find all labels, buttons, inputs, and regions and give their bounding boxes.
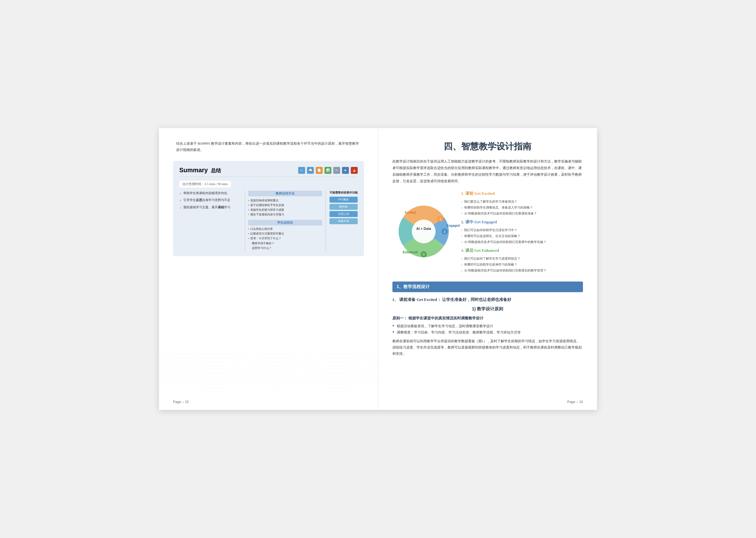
icon-doc: 📄	[316, 167, 323, 174]
principle-title: 原则一： 根据学生课堂中的真实情况实时调整教学设计	[392, 316, 583, 321]
qa-3-1: □ 我们可以如何了解学生学习进度和状态？	[461, 256, 583, 261]
teacher-method-3: •表扬学生的努力和学习成果	[248, 208, 322, 212]
software-btn-share: 屏幕共享	[329, 218, 358, 224]
qa-icon-2-2: □	[461, 234, 463, 239]
left-page-number: Page – 15	[173, 400, 189, 404]
summary-right-col: 可能需要的软硬件功能 PPT播放 聊天框 文档上传 屏幕共享	[329, 191, 358, 251]
teacher-method-4: •预告下堂课程内容引导预习	[248, 212, 322, 217]
svg-rect-1	[159, 353, 378, 391]
qa-3-3: □ AI 和数据相关技术可以如何协助我们完善课后的教学管理？	[461, 268, 583, 273]
svg-text:AI + Data: AI + Data	[416, 227, 431, 231]
svg-text:Enhanced: Enhanced	[403, 250, 418, 254]
summary-header: Summary 总结 ☺ 💬 📄 📊 ✏ ★ 🔥	[179, 167, 358, 177]
teacher-method-title: 教师总结方法	[248, 191, 322, 196]
summary-time: 估计所需时间：3-5 mins / 90 mins	[179, 181, 231, 188]
check-icon-2: ✓	[179, 197, 182, 203]
check-icon-1: ✓	[179, 191, 182, 197]
section-heading-2: 2. 课中 Get Engaged	[461, 219, 583, 225]
right-page-number: Page – 16	[567, 400, 583, 404]
svg-text:2: 2	[444, 230, 445, 233]
svg-text:3: 3	[423, 253, 424, 256]
student-method-3: •思考：今天学到了什么？	[248, 236, 322, 241]
qa-icon-2-1: □	[461, 228, 463, 233]
software-btn-ppt: PPT播放	[329, 197, 358, 203]
page-right: 四、智慧教学设计指南 此教学设计指南目的在于提供运用人工智能能力促进教学设计的参…	[378, 128, 597, 410]
section-heading-1: 1. 课前 Get Excited	[461, 191, 583, 196]
qa-2-1: □ 我们可以如何协助学生沉浸在学习中？	[461, 227, 583, 233]
student-method-5: 还想学习什么？	[248, 246, 322, 250]
teacher-method-2: •基于后测结果给予学生反馈	[248, 203, 322, 208]
qa-icon-1-2: □	[461, 206, 463, 210]
software-btn-upload: 文档上传	[329, 211, 358, 217]
check-item-2: ✓ 引导学生反思自身学习优势与不足	[179, 197, 241, 203]
diagram-and-text: AI + Data 1 2 3 Excited Engaged Enhanced	[392, 191, 583, 274]
icon-fire: 🔥	[351, 167, 358, 174]
book-spread: 结合上述基于 BOPPPS 教学设计要素和内容，将给出进一步落实到课程教学流程各…	[159, 128, 597, 410]
svg-text:1: 1	[439, 217, 441, 221]
bullet-item-2: 调整维度：学习目标、学习内容、学习活动安排、教师教学流程、学习评估方式等	[392, 330, 583, 336]
svg-text:Engaged: Engaged	[447, 224, 460, 227]
summary-left-col: ✓ 帮助学生将课程内容梳理并内化 ✓ 引导学生反思自身学习优势与不足 ✓ 预告接…	[179, 191, 241, 251]
qa-2-2: □ 有哪些可以促进师生、生生互动的策略？	[461, 233, 583, 239]
body-text: 教师在课前就可以利用教学平台所提供的教学数据看板（图1），及时了解学生前期的学习…	[392, 338, 583, 357]
check-item-3: ✓ 预告接续学习主题、展开基础学习	[179, 205, 241, 211]
student-method-title: 学生总结法	[248, 220, 322, 226]
bullet-item-1: 根据活动看板资讯，了解学生学习动态，适时调整课堂教学设计	[392, 323, 583, 329]
svg-point-3	[412, 220, 436, 243]
qa-icon-2-3: □	[461, 240, 463, 244]
qa-icon-1-3: □	[461, 212, 463, 216]
header-icons: ☺ 💬 📄 📊 ✏ ★ 🔥	[298, 167, 358, 174]
check-icon-3: ✓	[179, 205, 182, 211]
check-item-1: ✓ 帮助学生将课程内容梳理并内化	[179, 191, 241, 197]
qa-icon-1-1: □	[461, 200, 463, 204]
summary-box: Summary 总结 ☺ 💬 📄 📊 ✏ ★ 🔥 估计所需时间：3-5 mins…	[173, 161, 364, 256]
qa-icon-3-2: □	[461, 263, 463, 267]
svg-text:Excited: Excited	[404, 211, 416, 214]
qa-3-2: □ 有哪些可以协助学生延伸学习的策略？	[461, 262, 583, 267]
qa-2-3: □ AI 和数据相关技术可以如何协助我们完善课中的教学实施？	[461, 239, 583, 244]
qa-icon-3-1: □	[461, 257, 463, 261]
subsection-subtitle: 1) 教学设计原则	[392, 306, 583, 312]
right-intro-paragraph: 此教学设计指南目的在于提供运用人工智能能力促进教学设计的参考，不限制教师实际教学…	[392, 158, 583, 185]
icon-pencil: ✏	[333, 167, 340, 174]
qa-1-3: □ AI 和数据相关技术可以如何协助我们完善课前准备？	[461, 211, 583, 216]
qa-1-1: □ 我们要怎么了解学生的学习准备情况？	[461, 199, 583, 204]
page-left: 结合上述基于 BOPPPS 教学设计要素和内容，将给出进一步落实到课程教学流程各…	[159, 128, 378, 410]
right-page-title: 四、智慧教学设计指南	[392, 140, 583, 152]
student-method-1: •口头简短心得分享	[248, 227, 322, 232]
icon-smile: ☺	[298, 167, 305, 174]
qa-1-2: □ 有哪些协助学生调整状态、准备进入学习的策略？	[461, 205, 583, 210]
teacher-method-1: •直接归纳讲述课程重点	[248, 198, 322, 203]
qa-icon-3-3: □	[461, 269, 463, 273]
summary-middle-col: 教师总结方法 •直接归纳讲述课程重点 •基于后测结果给予学生反馈 •表扬学生的努…	[245, 191, 325, 251]
left-intro-text: 结合上述基于 BOPPPS 教学设计要素和内容，将给出进一步落实到课程教学流程各…	[173, 140, 364, 153]
software-btn-chat: 聊天框	[329, 204, 358, 210]
section-heading-3: 3. 课后 Get Enhanced	[461, 248, 583, 253]
student-method-4: 哪里学得不够好？	[248, 241, 322, 246]
subsection-title: 1、 课前准备 Get Excited： 让学生准备好，同时也让老师也准备好	[392, 297, 583, 302]
bottom-section-title: 1、教学流程设计	[392, 282, 583, 292]
icon-star: ★	[342, 167, 349, 174]
diagram-area: AI + Data 1 2 3 Excited Engaged Enhanced	[392, 191, 455, 274]
summary-title: Summary 总结	[179, 167, 221, 174]
icon-chart: 📊	[324, 167, 331, 174]
software-title: 可能需要的软硬件功能	[329, 191, 358, 195]
decorative-dots	[159, 353, 378, 391]
right-text-col: 1. 课前 Get Excited □ 我们要怎么了解学生的学习准备情况？ □ …	[461, 191, 583, 274]
student-method-2: •以图表等方式整理所学重点	[248, 232, 322, 236]
summary-content: ✓ 帮助学生将课程内容梳理并内化 ✓ 引导学生反思自身学习优势与不足 ✓ 预告接…	[179, 191, 358, 251]
circle-diagram: AI + Data 1 2 3 Excited Engaged Enhanced	[394, 202, 453, 262]
icon-chat: 💬	[307, 167, 314, 174]
